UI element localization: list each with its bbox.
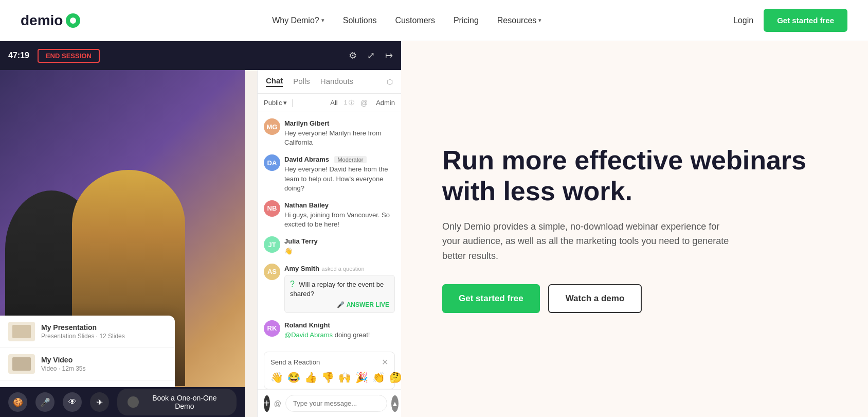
reaction-emoji[interactable]: 👏 bbox=[372, 371, 385, 384]
mic-button[interactable]: 🎤 bbox=[35, 392, 55, 412]
nav-links: Why Demio? ▾ Solutions Customers Pricing… bbox=[272, 16, 541, 25]
logo-text: demio bbox=[21, 12, 63, 29]
chat-message-roland: RK Roland Knight @David Abrams doing gre… bbox=[264, 320, 395, 340]
send-button[interactable]: ▲ bbox=[391, 395, 399, 412]
mention: @David Abrams bbox=[284, 331, 333, 339]
message-text: @David Abrams doing great! bbox=[284, 331, 395, 340]
presentation-title: My Presentation bbox=[41, 323, 167, 332]
answer-live-button[interactable]: 🎤 ANSWER LIVE bbox=[290, 301, 389, 308]
asked-label: asked a question bbox=[321, 266, 364, 272]
video-area: My Presentation Presentation Slides · 12… bbox=[0, 70, 245, 417]
emoji-button[interactable]: 🍪 bbox=[8, 392, 27, 412]
at-icon: @ bbox=[360, 99, 368, 107]
thumb-inner bbox=[12, 325, 31, 338]
chat-message-amy: AS Amy Smith asked a question ? Will a r… bbox=[264, 264, 395, 313]
chat-input[interactable] bbox=[285, 395, 387, 412]
question-icon: ? bbox=[290, 280, 295, 288]
avatar: DA bbox=[264, 154, 280, 171]
fullscreen-icon[interactable]: ⤢ bbox=[367, 50, 375, 61]
external-link-icon[interactable]: ⬡ bbox=[387, 78, 393, 86]
message-text: Hey everyone! David here from the team t… bbox=[284, 165, 395, 193]
camera-button[interactable]: 👁 bbox=[63, 392, 82, 412]
presentation-subtitle: Presentation Slides · 12 Slides bbox=[41, 333, 167, 340]
video-info: My Video Video · 12m 35s bbox=[41, 356, 167, 372]
message-author: David Abrams bbox=[284, 155, 329, 163]
list-item[interactable]: My Video Video · 12m 35s bbox=[0, 348, 175, 380]
reaction-title-text: Send a Reaction bbox=[270, 358, 320, 366]
book-demo-button[interactable]: Book a One-on-One Demo bbox=[117, 389, 237, 415]
end-session-button[interactable]: END SESSION bbox=[38, 49, 100, 63]
logo[interactable]: demio bbox=[21, 12, 80, 29]
count-badge: 1 ⓘ bbox=[344, 99, 354, 107]
admin-filter[interactable]: Admin bbox=[376, 99, 395, 107]
chat-panel: Chat Polls Handouts ⬡ Public ▾ | All 1 ⓘ bbox=[257, 70, 401, 417]
reaction-emoji[interactable]: 🤔 bbox=[389, 371, 401, 384]
message-author: Amy Smith bbox=[284, 265, 319, 272]
main-content: 47:19 END SESSION ⚙ ⤢ ↦ bbox=[0, 41, 868, 417]
chat-subbar: Public ▾ | All 1 ⓘ @ Admin bbox=[258, 94, 401, 112]
avatar: AS bbox=[264, 264, 280, 280]
all-filter[interactable]: All bbox=[330, 99, 337, 107]
tab-polls[interactable]: Polls bbox=[293, 77, 310, 86]
hero-buttons: Get started free Watch a demo bbox=[442, 284, 827, 313]
topbar-icons: ⚙ ⤢ ↦ bbox=[349, 50, 393, 61]
add-button[interactable]: + bbox=[264, 395, 270, 412]
exit-icon[interactable]: ↦ bbox=[385, 50, 393, 61]
message-text: 👋 bbox=[284, 247, 395, 256]
question-box: ? Will a replay for the event be shared?… bbox=[284, 275, 395, 313]
chevron-icon: ▾ bbox=[283, 99, 287, 107]
close-icon[interactable]: ✕ bbox=[382, 357, 388, 367]
chevron-down-icon: ▾ bbox=[538, 17, 541, 24]
login-button[interactable]: Login bbox=[733, 16, 753, 25]
message-author: Nathan Bailey bbox=[284, 201, 329, 209]
hero-subtitle: Only Demio provides a simple, no-downloa… bbox=[442, 219, 730, 264]
reaction-picker: Send a Reaction ✕ 👋 😂 👍 👎 🙌 🎉 👏 🤔 ❤️ bbox=[264, 352, 395, 389]
video-subtitle: Video · 12m 35s bbox=[41, 365, 167, 372]
at-icon[interactable]: @ bbox=[274, 399, 281, 408]
chat-message-julia: JT Julia Terry 👋 bbox=[264, 236, 395, 256]
nav-cta-button[interactable]: Get started free bbox=[764, 9, 847, 32]
bottom-toolbar: 🍪 🎤 👁 ✈ Book a One-on-One Demo bbox=[0, 387, 245, 417]
avatar: JT bbox=[264, 236, 280, 253]
message-author: Marilyn Gibert bbox=[284, 119, 329, 127]
chat-messages: MG Marilyn Gibert Hey everyone! Marilyn … bbox=[258, 112, 401, 352]
reaction-emoji[interactable]: 👍 bbox=[304, 371, 317, 384]
nav-link-customers[interactable]: Customers bbox=[395, 16, 435, 25]
question-text: Will a replay for the event be shared? bbox=[290, 281, 384, 298]
public-filter[interactable]: Public ▾ bbox=[264, 99, 287, 107]
video-title: My Video bbox=[41, 356, 167, 364]
nav-link-pricing[interactable]: Pricing bbox=[454, 16, 479, 25]
chat-tabs: Chat Polls Handouts ⬡ bbox=[258, 70, 401, 94]
tab-handouts[interactable]: Handouts bbox=[320, 77, 353, 86]
tab-chat[interactable]: Chat bbox=[266, 76, 283, 87]
logo-icon bbox=[66, 13, 80, 28]
reaction-emoji[interactable]: 😂 bbox=[287, 371, 300, 384]
message-text: Hey everyone! Marilyn here from Californ… bbox=[284, 129, 395, 147]
nav-link-solutions[interactable]: Solutions bbox=[343, 16, 377, 25]
video-thumbnail bbox=[8, 354, 35, 374]
reaction-row: 👋 😂 👍 👎 🙌 🎉 👏 🤔 ❤️ bbox=[270, 371, 388, 384]
webinar-topbar: 47:19 END SESSION ⚙ ⤢ ↦ bbox=[0, 41, 401, 70]
hero-section: Run more effective webinars with less wo… bbox=[401, 41, 868, 417]
reaction-emoji[interactable]: 👎 bbox=[321, 371, 334, 384]
hero-title: Run more effective webinars with less wo… bbox=[442, 145, 827, 207]
message-author: Roland Knight bbox=[284, 321, 330, 329]
reaction-emoji[interactable]: 🎉 bbox=[355, 371, 368, 384]
share-button[interactable]: ✈ bbox=[90, 392, 109, 412]
settings-icon[interactable]: ⚙ bbox=[349, 50, 357, 61]
reaction-emoji[interactable]: 👋 bbox=[270, 371, 283, 384]
nav-link-why-demio[interactable]: Why Demio? ▾ bbox=[272, 16, 324, 25]
chevron-down-icon: ▾ bbox=[321, 17, 324, 24]
nav-link-resources[interactable]: Resources ▾ bbox=[497, 16, 541, 25]
hero-cta-secondary[interactable]: Watch a demo bbox=[548, 284, 642, 313]
reaction-emoji[interactable]: 🙌 bbox=[338, 371, 351, 384]
message-text: Hi guys, joining from Vancouver. So exci… bbox=[284, 211, 395, 229]
webinar-ui: 47:19 END SESSION ⚙ ⤢ ↦ bbox=[0, 41, 401, 417]
avatar: MG bbox=[264, 118, 280, 135]
chat-message-nathan: NB Nathan Bailey Hi guys, joining from V… bbox=[264, 200, 395, 229]
session-timer: 47:19 bbox=[8, 51, 29, 60]
list-item[interactable]: My Presentation Presentation Slides · 12… bbox=[0, 316, 175, 348]
hero-cta-primary[interactable]: Get started free bbox=[442, 284, 540, 313]
demo-section: 47:19 END SESSION ⚙ ⤢ ↦ bbox=[0, 41, 401, 417]
avatar: NB bbox=[264, 200, 280, 217]
